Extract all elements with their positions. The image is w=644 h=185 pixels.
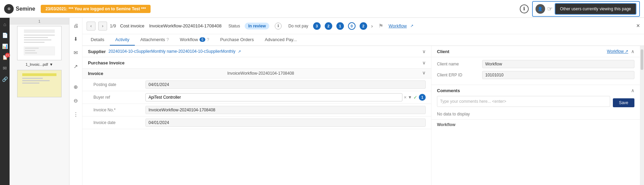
supplier-chevron[interactable]: ∨ — [422, 49, 426, 54]
print-icon[interactable]: 🖨 — [71, 21, 81, 30]
sidebar-icon-mail[interactable]: ✉ — [1, 64, 9, 72]
sidebar-icon-link[interactable]: 🔗 — [1, 75, 9, 83]
badge-0[interactable]: 0 — [348, 22, 356, 30]
user-avatar: 👤 — [536, 4, 545, 14]
comments-section: Comments ∧ Type your comments here... <e… — [432, 85, 640, 119]
status-label: Status — [228, 24, 240, 28]
sidebar-icon-badge[interactable]: 📋 21 — [1, 53, 9, 61]
comments-placeholder: Type your comments here... <enter> — [440, 99, 506, 104]
workflow-external-icon[interactable]: ↗ — [410, 24, 413, 28]
close-button[interactable]: × — [636, 22, 640, 29]
scrollbar-thumb[interactable] — [641, 49, 643, 70]
tab-workflow[interactable]: Workflow 6 ? — [174, 34, 215, 46]
purchase-invoice-chevron[interactable]: ∨ — [422, 60, 426, 65]
badge-2[interactable]: 2 — [325, 22, 332, 30]
doc-area: ‹ › 1/9 Cost invoice InvoiceWorkflow-202… — [82, 18, 644, 185]
doc-header: ‹ › 1/9 Cost invoice InvoiceWorkflow-202… — [82, 18, 644, 34]
zoom-out-icon[interactable]: ⊖ — [71, 96, 81, 106]
external-link-icon[interactable]: ↗ — [71, 62, 81, 71]
comments-title: Comments — [437, 88, 460, 93]
status-info-icon[interactable]: ℹ — [275, 23, 282, 29]
tab-activity[interactable]: Activity — [110, 34, 135, 46]
attachment-panel: 1 1_Invoic...pdf ▼ — [10, 18, 69, 185]
invoice-no-value[interactable]: InvoiceWorkflow-20240104-1708408 — [145, 106, 426, 114]
doc-id: InvoiceWorkflow-20240104-1708408 — [149, 23, 222, 28]
client-name-label: Client name — [437, 62, 478, 66]
posting-date-value[interactable]: 04/01/2024 — [145, 81, 426, 89]
client-title: Client — [437, 49, 607, 54]
more-icon[interactable]: ⋮ — [71, 110, 81, 119]
app-name: Semine — [16, 6, 35, 12]
workflow-info-icon[interactable]: ? — [207, 37, 209, 42]
tab-details[interactable]: Details — [85, 34, 110, 46]
left-form: Supplier 20240104-10-cSupplierMonthly na… — [82, 46, 431, 185]
save-button[interactable]: Save — [613, 98, 634, 107]
buyer-ref-confirm[interactable]: ✓ — [413, 95, 417, 100]
invoice-no-field: Invoice No.* InvoiceWorkflow-20240104-17… — [82, 104, 431, 116]
do-not-pay-label: Do not pay — [288, 24, 308, 28]
buyer-ref-input-area: ApiTest Controller × ▼ ✓ 1 — [145, 93, 426, 101]
scrollbar[interactable] — [640, 46, 644, 185]
flag-icon[interactable]: ⚑ — [378, 23, 383, 29]
help-icon[interactable]: ℹ — [520, 4, 529, 13]
attachments-info-icon[interactable]: ? — [166, 37, 169, 42]
sidebar-icons: ⌂ 📄 📊 📋 21 ✉ 🔗 — [0, 18, 10, 185]
buyer-ref-input[interactable]: ApiTest Controller — [145, 93, 402, 101]
svg-rect-3 — [24, 37, 48, 38]
supplier-title: Supplier — [88, 49, 106, 54]
right-collapse-btn[interactable]: ∧ — [631, 49, 634, 54]
sidebar-icon-docs[interactable]: 📄 — [1, 32, 9, 39]
client-erp-row: Client ERP ID 10101010 — [437, 71, 634, 79]
supplier-link-icon[interactable]: ↗ — [238, 49, 241, 53]
badges-chevron[interactable]: › — [371, 23, 373, 29]
doc-type: Cost invoice — [120, 23, 144, 28]
next-page-button[interactable]: › — [98, 22, 107, 30]
buyer-ref-clear[interactable]: × — [404, 95, 407, 100]
tab-advanced-pay[interactable]: Advanced Pay... — [259, 34, 302, 46]
svg-rect-4 — [24, 39, 51, 40]
attachment-thumb-1[interactable] — [17, 26, 62, 60]
logo-icon: ⊙ — [4, 4, 14, 14]
badge-2b[interactable]: 2 — [360, 22, 367, 30]
invoice-date-value[interactable]: 04/01/2024 — [145, 119, 426, 127]
supplier-section[interactable]: Supplier 20240104-10-cSupplierMonthly na… — [82, 46, 431, 57]
supplier-link[interactable]: 20240104-10-cSupplierMonthly name-202401… — [108, 49, 235, 54]
badge-1[interactable]: 1 — [336, 22, 344, 30]
prev-page-button[interactable]: ‹ — [87, 22, 95, 30]
tab-attachments[interactable]: Attachments ? — [135, 34, 175, 46]
svg-rect-9 — [25, 52, 37, 53]
invoice-chevron[interactable]: ∧ — [422, 71, 426, 76]
attachment-label-1: 1_Invoic...pdf ▼ — [10, 62, 69, 69]
attachment-thumb-2[interactable] — [17, 70, 62, 97]
workflow-section-bottom: Workflow — [432, 119, 640, 130]
client-erp-value: 10101010 — [482, 71, 634, 79]
buyer-ref-dropdown[interactable]: ▼ — [408, 95, 412, 100]
right-workflow-link[interactable]: Workflow ↗ — [607, 49, 628, 54]
svg-rect-2 — [24, 35, 55, 36]
purchase-invoice-title: Purchase Invoice — [88, 60, 125, 65]
svg-rect-12 — [22, 78, 43, 79]
svg-rect-1 — [24, 29, 55, 33]
svg-rect-8 — [25, 50, 35, 51]
mail-icon[interactable]: ✉ — [71, 48, 81, 58]
page-counter: 1/9 — [110, 23, 116, 28]
sidebar-icon-chart[interactable]: 📊 — [1, 42, 9, 50]
right-header: Client Workflow ↗ ∧ — [432, 46, 640, 57]
svg-rect-5 — [24, 42, 44, 43]
buyer-ref-badge: 1 — [419, 94, 426, 101]
comments-collapse-btn[interactable]: ∧ — [631, 88, 634, 93]
download-icon[interactable]: ⬇ — [71, 34, 81, 44]
supplier-value: 20240104-10-cSupplierMonthly name-202401… — [108, 49, 422, 54]
svg-rect-13 — [22, 80, 50, 81]
badge-3[interactable]: 3 — [313, 22, 321, 30]
buyer-ref-label: Buyer ref — [93, 95, 141, 100]
client-erp-label: Client ERP ID — [437, 73, 478, 77]
comments-input[interactable]: Type your comments here... <enter> — [437, 96, 610, 107]
attachment-dropdown-icon[interactable]: ▼ — [49, 62, 53, 66]
sidebar-icon-home[interactable]: ⌂ — [1, 21, 9, 28]
workflow-link[interactable]: Workflow — [389, 23, 407, 28]
purchase-invoice-section[interactable]: Purchase Invoice ∨ — [82, 57, 431, 69]
tab-purchase-orders[interactable]: Purchase Orders — [215, 34, 259, 46]
invoice-date-field: Invoice date 04/01/2024 — [82, 116, 431, 129]
zoom-in-icon[interactable]: ⊕ — [71, 82, 81, 92]
